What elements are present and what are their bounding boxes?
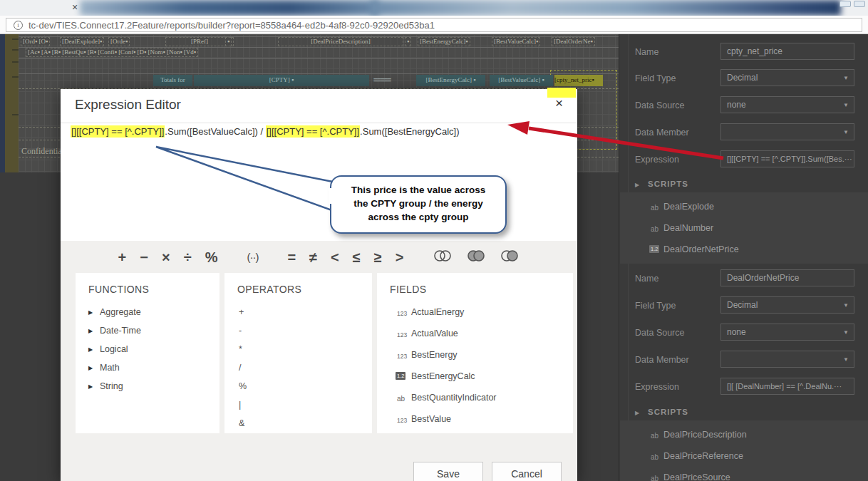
dropdown-caret-icon: ▼ <box>843 357 849 363</box>
expander-icon[interactable]: ▶ <box>635 410 639 416</box>
venn-right-filled-icon[interactable] <box>500 247 520 268</box>
site-info-icon[interactable]: i <box>14 21 23 30</box>
canvas-cell[interactable]: [BestEnergyCalc]▪ <box>418 37 470 46</box>
canvas-detail-row[interactable]: [Ac▪ [A▪ [B▪ [BestQu▪ [B▪ [Confi▪ [Conf▪… <box>26 48 198 57</box>
percent-icon[interactable]: % <box>205 247 218 268</box>
script-item[interactable]: DealNumber <box>663 223 713 233</box>
separator-cell[interactable]: ===== <box>373 76 391 84</box>
field-item[interactable]: ActualValue <box>411 329 458 338</box>
operator-item[interactable]: % <box>239 381 247 391</box>
expression-value: [][[CPTY] == [^.CPTY]].Sum([Bes.··· <box>727 155 852 163</box>
field-item[interactable]: BestQuantityIndicator <box>411 393 497 403</box>
canvas-cell[interactable]: ▪ <box>405 37 411 46</box>
cpty-net-price-cell[interactable]: [cpty_net_pric▪ <box>554 75 603 86</box>
multiply-icon[interactable]: × <box>162 247 170 268</box>
data-source-select[interactable]: none▼ <box>720 96 854 113</box>
operator-item[interactable]: * <box>239 344 242 354</box>
expander-icon[interactable]: ▶ <box>88 346 93 353</box>
best-energy-calc-cell[interactable]: [BestEnergyCalc] ▪ <box>416 75 485 86</box>
venn-outline-icon[interactable] <box>433 247 453 268</box>
data-source-label: Data Source <box>635 100 684 110</box>
expression-label: Expression <box>635 155 679 165</box>
operator-item[interactable]: / <box>239 363 241 373</box>
scripts-section-header[interactable]: SCRIPTS <box>648 408 688 416</box>
window-maximize-button[interactable] <box>839 1 851 7</box>
best-value-calc-cell[interactable]: [BestValueCalc] ▪ <box>490 75 553 86</box>
blurred-tab[interactable] <box>80 0 379 16</box>
name-label: Name <box>635 274 658 284</box>
name-label: Name <box>635 47 658 57</box>
operator-item[interactable]: | <box>239 400 241 410</box>
expander-icon[interactable]: ▶ <box>88 365 93 371</box>
browser-tab-strip: × <box>0 0 868 16</box>
expander-icon[interactable]: ▶ <box>88 328 93 334</box>
expander-icon[interactable]: ▶ <box>635 182 639 188</box>
data-source-select[interactable]: none▼ <box>720 324 854 341</box>
data-member-select[interactable]: ▼ <box>720 351 854 368</box>
canvas-cell[interactable]: [DealOrderNe▪ <box>552 37 595 46</box>
canvas-cell[interactable]: [Orde▪ <box>108 37 130 46</box>
numeric-field-icon: 123 <box>397 417 407 424</box>
cpty-cell[interactable]: [CPTY] ▪ <box>194 75 369 86</box>
script-item[interactable]: DealOrderNetPrice <box>663 244 739 254</box>
string-field-icon: ab <box>651 204 658 212</box>
functions-item-date-time[interactable]: Date-Time <box>100 326 141 336</box>
canvas-cell[interactable]: ▪ <box>225 37 232 46</box>
close-icon[interactable]: × <box>555 95 563 111</box>
script-item[interactable]: DealPriceDescription <box>663 430 747 440</box>
field-type-select[interactable]: Decimal▼ <box>720 69 854 86</box>
field-item[interactable]: BestEnergy <box>411 350 458 360</box>
name-input[interactable] <box>720 43 854 60</box>
functions-item-aggregate[interactable]: Aggregate <box>100 307 141 317</box>
address-bar[interactable]: i tc-dev/TIES.Connect17.2Feature/reports… <box>6 18 862 32</box>
script-item[interactable]: DealExplode <box>663 202 714 212</box>
operator-item[interactable]: & <box>239 418 244 428</box>
plus-icon[interactable]: + <box>118 247 127 268</box>
tab-close-icon[interactable]: × <box>68 1 81 14</box>
less-equal-icon[interactable]: ≤ <box>353 247 361 268</box>
window-close-button[interactable] <box>854 1 865 7</box>
canvas-cell[interactable]: [Ord▪ [O▪ <box>21 37 50 46</box>
minus-icon[interactable]: − <box>140 247 148 268</box>
expander-icon[interactable]: ▶ <box>88 309 93 316</box>
functions-item-logical[interactable]: Logical <box>100 344 128 354</box>
field-type-select[interactable]: Decimal▼ <box>720 296 854 314</box>
venn-filled-icon[interactable] <box>466 247 486 268</box>
greater-than-icon[interactable]: > <box>396 247 404 268</box>
expression-input[interactable]: [][[CPTY] == [^.CPTY]].Sum([Bes.··· <box>720 150 854 167</box>
functions-item-string[interactable]: String <box>100 381 123 391</box>
field-item[interactable]: BestEnergyCalc <box>411 371 475 381</box>
field-item[interactable]: BestValue <box>411 414 451 424</box>
canvas-cell[interactable]: [BestValueCalc]▪ <box>492 37 540 46</box>
greater-equal-icon[interactable]: ≥ <box>374 247 382 268</box>
script-item[interactable]: DealPriceSource <box>663 472 730 481</box>
expression-input[interactable]: [][ [DealNumber] == [^.DealNu.··· <box>720 378 854 395</box>
canvas-cell[interactable]: [DealPriceDescription] <box>278 37 403 46</box>
parentheses-icon[interactable]: (··) <box>247 247 258 268</box>
blurred-tab-area <box>371 0 841 16</box>
not-equals-icon[interactable]: ≠ <box>309 247 317 268</box>
numeric-field-icon: 123 <box>397 310 407 317</box>
operator-item[interactable]: + <box>239 307 244 317</box>
canvas-cell[interactable]: [DealExplode]▪ <box>60 37 104 46</box>
name-input[interactable] <box>720 269 854 286</box>
totals-for-cell[interactable]: Totals for <box>153 75 192 86</box>
scripts-section-header[interactable]: SCRIPTS <box>648 180 688 188</box>
panel-title: FUNCTIONS <box>88 284 149 295</box>
data-member-select[interactable]: ▼ <box>720 123 854 140</box>
equals-icon[interactable]: = <box>287 247 296 268</box>
canvas-left-strip <box>0 34 5 172</box>
save-button[interactable]: Save <box>413 462 483 481</box>
divide-icon[interactable]: ÷ <box>184 247 192 268</box>
less-than-icon[interactable]: < <box>331 247 339 268</box>
operator-item[interactable]: - <box>239 326 242 336</box>
script-item[interactable]: DealPriceReference <box>663 451 743 461</box>
string-field-icon: ab <box>651 432 658 440</box>
url-text[interactable]: tc-dev/TIES.Connect17.2Feature/reports/b… <box>29 20 435 31</box>
expression-text[interactable]: [][[CPTY] == [^.CPTY]].Sum([BestValueCal… <box>71 126 460 137</box>
expander-icon[interactable]: ▶ <box>88 383 93 390</box>
field-item[interactable]: ActualEnergy <box>411 307 464 317</box>
cancel-button[interactable]: Cancel <box>492 462 562 481</box>
canvas-cell[interactable]: [PRef] <box>165 37 234 46</box>
functions-item-math[interactable]: Math <box>100 363 120 373</box>
